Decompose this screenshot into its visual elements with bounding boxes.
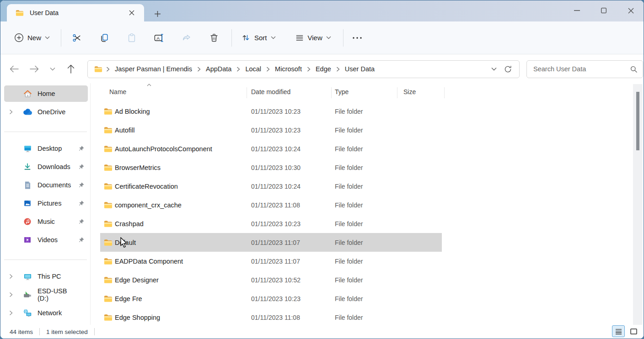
- search-input[interactable]: [533, 65, 630, 73]
- chevron-right-icon[interactable]: [4, 274, 18, 279]
- column-divider[interactable]: [331, 87, 332, 98]
- thumbnails-view-button[interactable]: [627, 325, 640, 337]
- file-date-modified: 01/11/2023 10:24: [251, 145, 301, 153]
- see-more-button[interactable]: [347, 29, 367, 47]
- chevron-right-icon[interactable]: [265, 67, 271, 72]
- breadcrumb-item-edge[interactable]: Edge: [312, 64, 334, 74]
- breadcrumb-item-local[interactable]: Local: [242, 64, 264, 74]
- column-header-name[interactable]: Name: [109, 88, 126, 95]
- new-button[interactable]: New: [10, 29, 54, 47]
- chevron-down-icon: [271, 36, 276, 39]
- view-button[interactable]: View: [290, 29, 336, 47]
- file-row[interactable]: EADPData Component 01/11/2023 11:07 File…: [100, 252, 442, 270]
- minimize-button[interactable]: [569, 3, 585, 18]
- breadcrumb-item-user[interactable]: Jasper Pasman | Emendis: [112, 64, 195, 74]
- address-bar[interactable]: Jasper Pasman | Emendis AppData Local Mi…: [87, 60, 520, 78]
- column-header-type[interactable]: Type: [335, 88, 349, 95]
- rename-icon: A: [154, 33, 165, 43]
- breadcrumb-item-microsoft[interactable]: Microsoft: [272, 64, 305, 74]
- address-dropdown-button[interactable]: [487, 61, 501, 77]
- pin-icon: [75, 182, 88, 188]
- paste-button[interactable]: [122, 29, 142, 47]
- sort-ascending-icon: [147, 84, 151, 86]
- search-icon[interactable]: [630, 66, 637, 73]
- file-type: File folder: [335, 145, 363, 153]
- forward-button[interactable]: [26, 61, 43, 77]
- plus-circle-icon: [14, 33, 24, 42]
- sidebar-item-desktop[interactable]: Desktop: [4, 140, 88, 157]
- up-button[interactable]: [63, 61, 79, 77]
- scrollbar-thumb[interactable]: [636, 92, 639, 150]
- thumbnails-view-icon: [630, 328, 637, 334]
- back-button[interactable]: [6, 61, 22, 77]
- search-box[interactable]: [526, 60, 643, 78]
- details-view-button[interactable]: [612, 325, 625, 337]
- chevron-right-icon[interactable]: [306, 67, 311, 72]
- chevron-right-icon[interactable]: [196, 67, 202, 72]
- file-row[interactable]: Edge Designer 01/11/2023 10:52 File fold…: [100, 270, 442, 289]
- sidebar-item-network[interactable]: Network: [4, 305, 88, 321]
- sidebar-item-videos[interactable]: Videos: [4, 232, 88, 248]
- column-divider[interactable]: [247, 87, 247, 98]
- file-type: File folder: [335, 108, 363, 115]
- file-row[interactable]: Ad Blocking 01/11/2023 10:23 File folder: [100, 102, 442, 121]
- chevron-right-icon[interactable]: [4, 310, 18, 316]
- sidebar-item-esd-usb[interactable]: ESD-USB (D:): [4, 286, 88, 303]
- downloads-icon: [21, 163, 33, 171]
- folder-icon: [104, 183, 113, 190]
- file-date-modified: 01/11/2023 11:07: [251, 258, 300, 265]
- sidebar-item-downloads[interactable]: Downloads: [4, 159, 88, 175]
- file-row[interactable]: BrowserMetrics 01/11/2023 10:30 File fol…: [100, 158, 442, 177]
- share-button[interactable]: [177, 29, 197, 47]
- music-icon: [21, 217, 33, 226]
- file-row[interactable]: Autofill 01/11/2023 10:23 File folder: [100, 121, 442, 139]
- file-row[interactable]: component_crx_cache 01/11/2023 11:08 Fil…: [100, 196, 442, 214]
- column-header-size[interactable]: Size: [403, 88, 416, 95]
- file-row[interactable]: Default 01/11/2023 11:07 File folder: [100, 233, 442, 252]
- file-name: BrowserMetrics: [115, 164, 161, 171]
- close-button[interactable]: [623, 3, 639, 18]
- file-date-modified: 01/11/2023 11:08: [251, 201, 300, 209]
- column-header-date-modified[interactable]: Date modified: [251, 88, 290, 95]
- tab-close-icon[interactable]: [126, 7, 138, 19]
- maximize-button[interactable]: [596, 3, 612, 18]
- sidebar-item-home[interactable]: Home: [4, 85, 88, 102]
- recent-locations-button[interactable]: [44, 61, 61, 77]
- sort-button[interactable]: Sort: [236, 29, 280, 47]
- breadcrumb-item-userdata[interactable]: User Data: [342, 64, 378, 74]
- chevron-down-icon: [50, 67, 55, 71]
- rename-button[interactable]: A: [149, 29, 169, 47]
- delete-button[interactable]: [204, 29, 224, 47]
- sidebar-item-onedrive[interactable]: OneDrive: [4, 104, 88, 120]
- chevron-right-icon[interactable]: [236, 67, 241, 72]
- file-type: File folder: [335, 276, 363, 284]
- chevron-right-icon[interactable]: [335, 67, 341, 72]
- file-row[interactable]: CertificateRevocation 01/11/2023 10:24 F…: [100, 177, 442, 196]
- vertical-scrollbar[interactable]: [633, 84, 643, 325]
- chevron-right-icon[interactable]: [4, 292, 18, 297]
- column-divider[interactable]: [444, 87, 445, 98]
- sidebar-item-music[interactable]: Music: [4, 213, 88, 230]
- chevron-right-icon[interactable]: [4, 109, 18, 115]
- toolbar-separator: [343, 29, 343, 47]
- refresh-button[interactable]: [501, 61, 515, 77]
- pin-icon: [75, 200, 88, 207]
- column-divider[interactable]: [397, 87, 397, 98]
- paste-icon: [127, 33, 137, 43]
- file-row[interactable]: AutoLaunchProtocolsComponent 01/11/2023 …: [100, 139, 442, 158]
- explorer-tab[interactable]: User Data: [7, 4, 144, 21]
- view-button-label: View: [308, 34, 322, 42]
- cut-button[interactable]: [67, 29, 87, 47]
- file-row[interactable]: Edge Fre 01/11/2023 10:23 File folder: [100, 289, 442, 308]
- sidebar-item-this-pc[interactable]: This PC: [4, 268, 88, 285]
- file-type: File folder: [335, 183, 363, 190]
- sidebar-item-pictures[interactable]: Pictures: [4, 195, 88, 212]
- new-tab-button[interactable]: [150, 8, 164, 20]
- file-row[interactable]: Edge Shopping 01/11/2023 11:08 File fold…: [100, 308, 442, 327]
- breadcrumb-item-appdata[interactable]: AppData: [203, 64, 235, 74]
- file-date-modified: 01/11/2023 11:08: [251, 314, 300, 321]
- folder-icon: [104, 258, 113, 265]
- file-row[interactable]: Crashpad 01/11/2023 10:23 File folder: [100, 214, 442, 233]
- copy-button[interactable]: [94, 29, 114, 47]
- sidebar-item-documents[interactable]: Documents: [4, 177, 88, 193]
